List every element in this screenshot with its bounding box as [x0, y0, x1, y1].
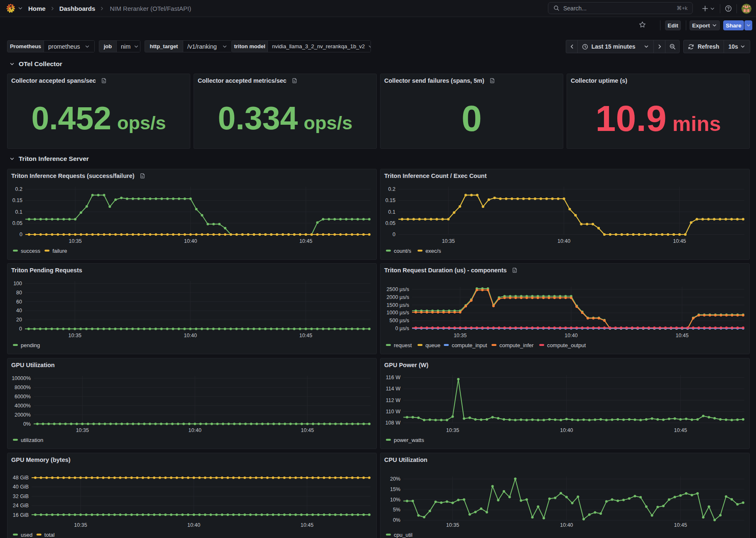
- svg-text:queue: queue: [425, 342, 440, 348]
- svg-text:0.1: 0.1: [15, 209, 22, 215]
- svg-text:32 GiB: 32 GiB: [13, 494, 29, 499]
- svg-text:0: 0: [20, 232, 22, 237]
- svg-text:success: success: [21, 248, 40, 254]
- svg-text:10:35: 10:35: [442, 238, 455, 244]
- svg-text:0.15: 0.15: [385, 197, 395, 203]
- svg-text:0.2: 0.2: [388, 186, 395, 192]
- svg-text:2000%: 2000%: [15, 412, 31, 418]
- svg-text:100: 100: [13, 281, 22, 286]
- svg-text:2500 µs/s: 2500 µs/s: [387, 286, 409, 292]
- svg-text:utilization: utilization: [21, 437, 43, 443]
- svg-text:10:40: 10:40: [184, 333, 197, 338]
- svg-text:114 W: 114 W: [386, 386, 400, 392]
- svg-text:0.1: 0.1: [388, 209, 395, 215]
- svg-text:10:40: 10:40: [565, 333, 577, 338]
- svg-text:0: 0: [19, 326, 22, 332]
- svg-text:10:45: 10:45: [675, 333, 688, 338]
- svg-text:pending: pending: [21, 342, 40, 348]
- svg-text:cpu_util: cpu_util: [394, 532, 412, 538]
- svg-text:20: 20: [16, 317, 22, 323]
- svg-text:10:40: 10:40: [189, 427, 201, 433]
- svg-text:0: 0: [393, 232, 395, 237]
- svg-text:power_watts: power_watts: [394, 437, 424, 443]
- svg-text:exec/s: exec/s: [425, 248, 441, 254]
- svg-text:1500 µs/s: 1500 µs/s: [387, 302, 409, 308]
- svg-text:10:35: 10:35: [446, 522, 459, 528]
- svg-text:0.2: 0.2: [15, 186, 22, 192]
- svg-text:10:45: 10:45: [299, 333, 312, 338]
- svg-text:0%: 0%: [393, 517, 400, 523]
- svg-text:10:35: 10:35: [76, 427, 89, 433]
- svg-text:failure: failure: [52, 248, 67, 254]
- svg-text:compute_output: compute_output: [547, 342, 586, 348]
- svg-text:0 µs/s: 0 µs/s: [395, 326, 409, 331]
- svg-text:10%: 10%: [390, 497, 400, 503]
- svg-text:count/s: count/s: [394, 248, 411, 254]
- svg-text:10:45: 10:45: [673, 238, 686, 244]
- svg-text:10:45: 10:45: [300, 522, 313, 528]
- svg-text:60: 60: [16, 299, 22, 305]
- svg-text:112 W: 112 W: [386, 397, 400, 403]
- svg-text:10000%: 10000%: [12, 375, 31, 381]
- svg-text:1000 µs/s: 1000 µs/s: [387, 310, 409, 316]
- svg-text:10:45: 10:45: [299, 238, 312, 244]
- svg-text:0.05: 0.05: [385, 220, 395, 226]
- svg-text:40 GiB: 40 GiB: [13, 484, 29, 490]
- svg-text:used: used: [21, 532, 32, 538]
- svg-text:20%: 20%: [390, 476, 400, 482]
- svg-text:8000%: 8000%: [15, 385, 31, 390]
- svg-text:0.15: 0.15: [12, 197, 22, 203]
- svg-text:10:40: 10:40: [184, 238, 197, 244]
- svg-text:10:35: 10:35: [69, 333, 81, 338]
- svg-text:request: request: [394, 342, 412, 348]
- svg-text:0%: 0%: [23, 421, 31, 427]
- svg-text:48 GiB: 48 GiB: [13, 475, 29, 481]
- svg-text:10:45: 10:45: [674, 522, 687, 528]
- svg-text:10:40: 10:40: [187, 522, 200, 528]
- svg-text:10:35: 10:35: [454, 333, 466, 338]
- svg-text:10:35: 10:35: [74, 522, 87, 528]
- svg-text:10:35: 10:35: [446, 427, 459, 433]
- svg-text:15%: 15%: [390, 486, 400, 492]
- svg-text:10:35: 10:35: [69, 238, 81, 244]
- svg-text:16 GiB: 16 GiB: [13, 512, 29, 518]
- svg-text:4000%: 4000%: [15, 403, 31, 409]
- svg-text:total: total: [44, 532, 55, 538]
- svg-text:80: 80: [16, 290, 22, 296]
- svg-text:6000%: 6000%: [15, 394, 31, 400]
- svg-text:10:40: 10:40: [557, 238, 570, 244]
- svg-text:24 GiB: 24 GiB: [13, 503, 29, 508]
- svg-text:110 W: 110 W: [386, 409, 400, 415]
- svg-text:10:45: 10:45: [301, 427, 314, 433]
- svg-text:40: 40: [16, 308, 22, 313]
- svg-text:116 W: 116 W: [386, 375, 400, 380]
- svg-text:2000 µs/s: 2000 µs/s: [387, 294, 409, 300]
- svg-text:10:40: 10:40: [560, 522, 573, 528]
- svg-text:500 µs/s: 500 µs/s: [389, 318, 409, 323]
- svg-text:108 W: 108 W: [385, 420, 400, 426]
- svg-text:compute_input: compute_input: [452, 342, 487, 348]
- svg-text:5%: 5%: [393, 507, 400, 513]
- svg-text:0.05: 0.05: [12, 220, 22, 226]
- svg-text:compute_infer: compute_infer: [499, 342, 534, 348]
- svg-text:10:40: 10:40: [560, 427, 573, 433]
- svg-text:10:45: 10:45: [674, 427, 687, 433]
